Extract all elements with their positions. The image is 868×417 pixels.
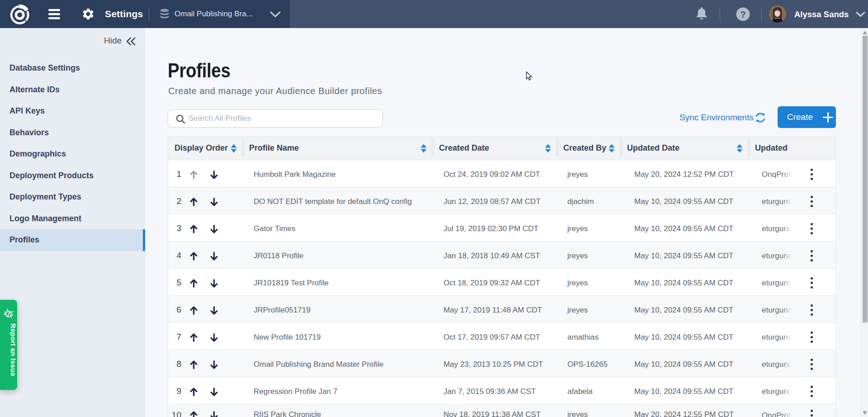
svg-text:?: ?	[740, 9, 746, 19]
